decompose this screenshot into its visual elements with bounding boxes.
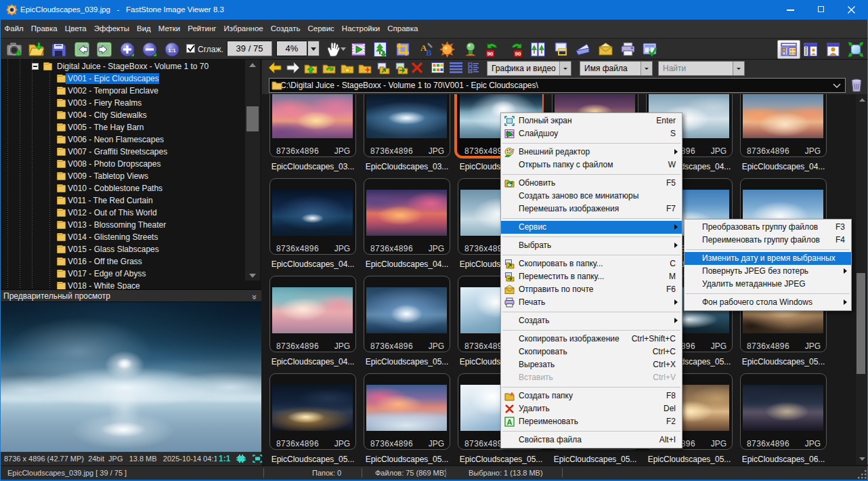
svg-text:1:1: 1:1	[168, 47, 176, 54]
svg-text:A: A	[507, 418, 513, 426]
svg-text:B: B	[426, 47, 432, 57]
svg-text:90: 90	[487, 51, 494, 57]
svg-text:90: 90	[515, 51, 521, 57]
